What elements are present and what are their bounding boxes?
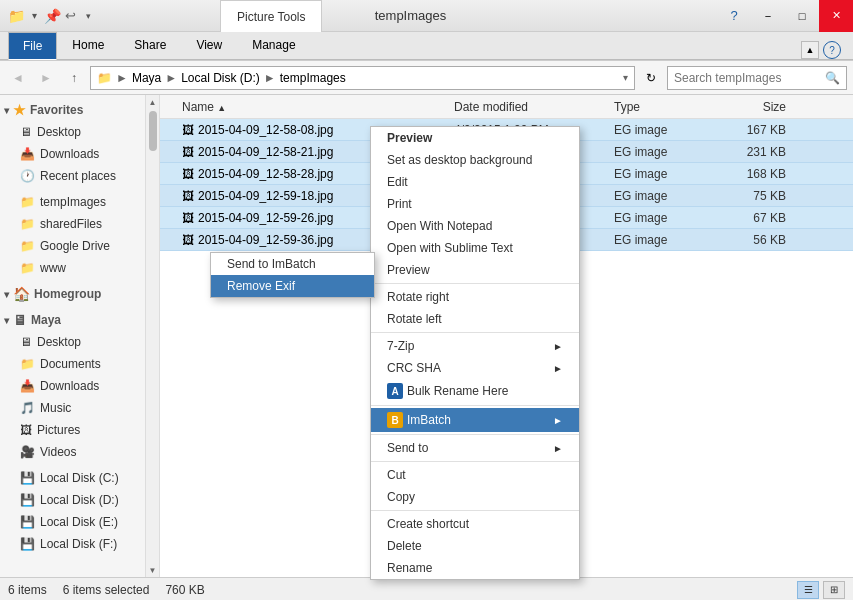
drives-section: 💾 Local Disk (C:) 💾 Local Disk (D:) 💾 Lo…: [0, 467, 159, 555]
tab-home[interactable]: Home: [57, 31, 119, 59]
homegroup-header[interactable]: ▾ 🏠 Homegroup: [0, 283, 159, 305]
sidebar-item-sharedfiles[interactable]: 📁 sharedFiles: [0, 213, 159, 235]
breadcrumb-maya[interactable]: Maya: [132, 71, 161, 85]
sidebar-item-www[interactable]: 📁 www: [0, 257, 159, 279]
maya-icon: 🖥: [13, 312, 27, 328]
file-name: 2015-04-09_12-59-18.jpg: [198, 189, 333, 203]
homegroup-section: ▾ 🏠 Homegroup: [0, 283, 159, 305]
sidebar-item-desktop[interactable]: 🖥 Desktop: [0, 121, 159, 143]
ctx-open-sublime[interactable]: Open with Sublime Text: [371, 237, 579, 259]
ctx-sep-6: [371, 510, 579, 511]
submenu-send-to-imbatch[interactable]: Send to ImBatch: [211, 253, 374, 275]
ctx-imbatch[interactable]: B ImBatch►: [371, 408, 579, 432]
help-button[interactable]: ?: [717, 0, 751, 32]
sidebar-item-maya-downloads[interactable]: 📥 Downloads: [0, 375, 159, 397]
col-header-name[interactable]: Name ▲: [174, 100, 454, 114]
sidebar-item-maya-pictures[interactable]: 🖼 Pictures: [0, 419, 159, 441]
file-name: 2015-04-09_12-59-36.jpg: [198, 233, 333, 247]
breadcrumb-tempimages[interactable]: tempImages: [280, 71, 346, 85]
drive-e-icon: 💾: [20, 515, 35, 529]
ctx-edit[interactable]: Edit: [371, 171, 579, 193]
ribbon-collapse-button[interactable]: ▲: [801, 41, 819, 59]
breadcrumb-icon: 📁: [97, 71, 112, 85]
breadcrumb-localdisk[interactable]: Local Disk (D:): [181, 71, 260, 85]
sidebar-item-locale[interactable]: 💾 Local Disk (E:): [0, 511, 159, 533]
tab-view[interactable]: View: [181, 31, 237, 59]
ctx-rotate-left[interactable]: Rotate left: [371, 308, 579, 330]
file-type-icon: 🖼: [182, 211, 194, 225]
scroll-down-button[interactable]: ▼: [146, 563, 160, 577]
file-type-icon: 🖼: [182, 123, 194, 137]
recent-folder-icon: 🕐: [20, 169, 35, 183]
tempimages-folder-icon: 📁: [20, 195, 35, 209]
undo-icon[interactable]: ↩: [62, 8, 78, 24]
tab-manage[interactable]: Manage: [237, 31, 310, 59]
ctx-preview[interactable]: Preview: [371, 259, 579, 281]
back-button[interactable]: ◄: [6, 66, 30, 90]
ctx-create-shortcut[interactable]: Create shortcut: [371, 513, 579, 535]
ctx-preview-bold[interactable]: Preview: [371, 127, 579, 149]
minimize-button[interactable]: −: [751, 0, 785, 32]
sidebar-item-localc[interactable]: 💾 Local Disk (C:): [0, 467, 159, 489]
window-controls: ? − □ ✕: [717, 0, 853, 32]
ctx-bulk-rename[interactable]: A Bulk Rename Here: [371, 379, 579, 403]
sidebar-item-locald[interactable]: 💾 Local Disk (D:): [0, 489, 159, 511]
col-header-date[interactable]: Date modified: [454, 100, 614, 114]
tab-share[interactable]: Share: [119, 31, 181, 59]
col-header-type[interactable]: Type: [614, 100, 714, 114]
file-type-cell: EG image: [614, 167, 714, 181]
sidebar-item-localf[interactable]: 💾 Local Disk (F:): [0, 533, 159, 555]
ctx-set-desktop[interactable]: Set as desktop background: [371, 149, 579, 171]
bulk-rename-icon: A: [387, 383, 403, 399]
scroll-thumb: [149, 111, 157, 151]
pin2-icon: 📌: [44, 8, 60, 24]
ctx-sep-4: [371, 434, 579, 435]
dropdown-icon[interactable]: ▾: [80, 8, 96, 24]
imbatch-icon: B: [387, 412, 403, 428]
file-name: 2015-04-09_12-58-28.jpg: [198, 167, 333, 181]
sidebar-item-recent[interactable]: 🕐 Recent places: [0, 165, 159, 187]
submenu-remove-exif[interactable]: Remove Exif: [211, 275, 374, 297]
close-button[interactable]: ✕: [819, 0, 853, 32]
ctx-imbatch-arrow: ►: [553, 415, 563, 426]
status-bar: 6 items 6 items selected 760 KB ☰ ⊞: [0, 577, 853, 600]
ctx-rotate-right[interactable]: Rotate right: [371, 286, 579, 308]
scroll-up-button[interactable]: ▲: [146, 95, 160, 109]
sidebar-item-maya-desktop[interactable]: 🖥 Desktop: [0, 331, 159, 353]
file-type-cell: EG image: [614, 211, 714, 225]
sidebar-item-maya-videos[interactable]: 🎥 Videos: [0, 441, 159, 463]
ctx-sep-3: [371, 405, 579, 406]
search-box[interactable]: 🔍: [667, 66, 847, 90]
maya-header[interactable]: ▾ 🖥 Maya: [0, 309, 159, 331]
refresh-button[interactable]: ↻: [639, 66, 663, 90]
sidebar-item-maya-docs[interactable]: 📁 Documents: [0, 353, 159, 375]
sidebar-item-maya-music[interactable]: 🎵 Music: [0, 397, 159, 419]
search-input[interactable]: [674, 71, 825, 85]
favorites-header[interactable]: ▾ ★ Favorites: [0, 99, 159, 121]
sidebar-item-downloads[interactable]: 📥 Downloads: [0, 143, 159, 165]
desktop-folder-icon: 🖥: [20, 125, 32, 139]
selected-size: 760 KB: [165, 583, 204, 597]
sidebar-item-googledrive[interactable]: 📁 Google Drive: [0, 235, 159, 257]
ctx-sep-2: [371, 332, 579, 333]
tab-file[interactable]: File: [8, 32, 57, 60]
item-count: 6 items: [8, 583, 47, 597]
ctx-rename[interactable]: Rename: [371, 557, 579, 579]
ctx-cut[interactable]: Cut: [371, 464, 579, 486]
ctx-delete[interactable]: Delete: [371, 535, 579, 557]
ctx-sendto[interactable]: Send to►: [371, 437, 579, 459]
maximize-button[interactable]: □: [785, 0, 819, 32]
ctx-open-notepad[interactable]: Open With Notepad: [371, 215, 579, 237]
ctx-print[interactable]: Print: [371, 193, 579, 215]
sidebar-item-tempimages[interactable]: 📁 tempImages: [0, 191, 159, 213]
forward-button[interactable]: ►: [34, 66, 58, 90]
ctx-crcsha[interactable]: CRC SHA►: [371, 357, 579, 379]
ctx-7zip[interactable]: 7-Zip►: [371, 335, 579, 357]
col-header-size[interactable]: Size: [714, 100, 794, 114]
ctx-copy[interactable]: Copy: [371, 486, 579, 508]
tiles-view-button[interactable]: ⊞: [823, 581, 845, 599]
details-view-button[interactable]: ☰: [797, 581, 819, 599]
address-path[interactable]: 📁 ► Maya ► Local Disk (D:) ► tempImages …: [90, 66, 635, 90]
up-button[interactable]: ↑: [62, 66, 86, 90]
ribbon-help-button[interactable]: ?: [823, 41, 841, 59]
